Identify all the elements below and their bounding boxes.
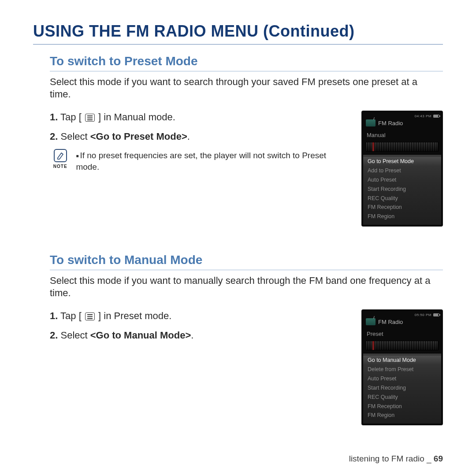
step-number: 2.: [50, 330, 58, 341]
manual-step-1: 1. Tap [ ] in Preset mode.: [50, 309, 348, 323]
note-text-content: If no preset frequencies are set, the pl…: [76, 151, 326, 171]
bracket-close: ]: [96, 310, 101, 321]
menu-option[interactable]: FM Region: [363, 212, 441, 221]
section-preset-heading: To switch to Preset Mode: [50, 54, 443, 71]
menu-option[interactable]: FM Reception: [363, 203, 441, 212]
note-label: NOTE: [53, 164, 67, 169]
bullet-icon: ■: [76, 153, 78, 158]
radio-icon: [366, 318, 376, 325]
device-context-menu: Go to Preset Mode Add to Preset Auto Pre…: [363, 154, 441, 225]
radio-icon: [366, 119, 376, 126]
step-text: Select: [58, 330, 90, 341]
fm-dial: [366, 142, 439, 152]
step-text: .: [191, 330, 193, 341]
note-icon: [54, 149, 67, 162]
menu-option-selected[interactable]: Go to Preset Mode: [363, 157, 441, 166]
battery-icon: [433, 313, 439, 316]
note-block: NOTE ■If no preset frequencies are set, …: [50, 149, 348, 172]
step-text: Tap: [58, 112, 78, 123]
preset-steps: 1. Tap [ ] in Manual mode. 2. Select <Go…: [50, 111, 348, 173]
page-title: USING THE FM RADIO MENU (Continued): [33, 22, 443, 45]
device-screenshot-manual: 05:50 PM FM Radio Preset Go to Manual Mo…: [361, 309, 443, 425]
device-clock: 05:50 PM: [415, 313, 431, 317]
step-text: Select: [58, 131, 90, 142]
device-app-title: FM Radio: [378, 319, 403, 325]
menu-option[interactable]: Start Recording: [363, 185, 441, 194]
menu-option[interactable]: Delete from Preset: [363, 365, 441, 374]
menu-option[interactable]: Auto Preset: [363, 374, 441, 383]
fm-dial: [366, 341, 439, 350]
menu-option[interactable]: Add to Preset: [363, 166, 441, 175]
device-screenshot-preset: 04:43 PM FM Radio Manual Go to Preset Mo…: [361, 111, 443, 227]
page-number: 69: [434, 454, 443, 463]
device-context-menu: Go to Manual Mode Delete from Preset Aut…: [363, 353, 441, 424]
preset-step-1: 1. Tap [ ] in Manual mode.: [50, 111, 348, 124]
step-number: 2.: [50, 131, 58, 142]
menu-icon: [85, 312, 95, 320]
menu-option[interactable]: Auto Preset: [363, 175, 441, 185]
step-bold-option: <Go to Preset Mode>: [90, 131, 187, 142]
preset-step-2: 2. Select <Go to Preset Mode>.: [50, 130, 348, 143]
section-preset-intro: Select this mode if you want to search t…: [50, 76, 433, 100]
step-number: 1.: [50, 310, 58, 321]
battery-icon: [433, 115, 439, 118]
device-mode-label: Manual: [363, 130, 441, 142]
device-mode-label: Preset: [363, 329, 441, 341]
manual-steps: 1. Tap [ ] in Preset mode. 2. Select <Go…: [50, 309, 348, 348]
menu-option[interactable]: FM Reception: [363, 402, 441, 411]
step-text: Tap: [58, 310, 78, 321]
menu-icon: [85, 114, 95, 122]
step-bold-option: <Go to Manual Mode>: [90, 330, 191, 341]
bracket-open: [: [79, 112, 84, 123]
device-app-title: FM Radio: [378, 120, 403, 126]
device-clock: 04:43 PM: [415, 114, 431, 118]
step-text: .: [187, 131, 190, 142]
step-number: 1.: [50, 112, 58, 123]
menu-option[interactable]: REC Quality: [363, 194, 441, 203]
menu-option[interactable]: FM Region: [363, 411, 441, 420]
section-manual-intro: Select this mode if you want to manually…: [50, 275, 433, 299]
bracket-close: ]: [96, 112, 101, 123]
menu-option[interactable]: Start Recording: [363, 383, 441, 393]
manual-step-2: 2. Select <Go to Manual Mode>.: [50, 329, 348, 342]
step-text: in Preset mode.: [101, 310, 171, 321]
step-text: in Manual mode.: [101, 112, 175, 123]
menu-option-selected[interactable]: Go to Manual Mode: [363, 356, 441, 365]
page-footer: listening to FM radio _ 69: [349, 454, 443, 464]
note-text: ■If no preset frequencies are set, the p…: [76, 149, 348, 172]
menu-option[interactable]: REC Quality: [363, 393, 441, 402]
section-manual-heading: To switch to Manual Mode: [50, 253, 443, 270]
bracket-open: [: [79, 310, 84, 321]
footer-section: listening to FM radio _: [349, 454, 434, 463]
